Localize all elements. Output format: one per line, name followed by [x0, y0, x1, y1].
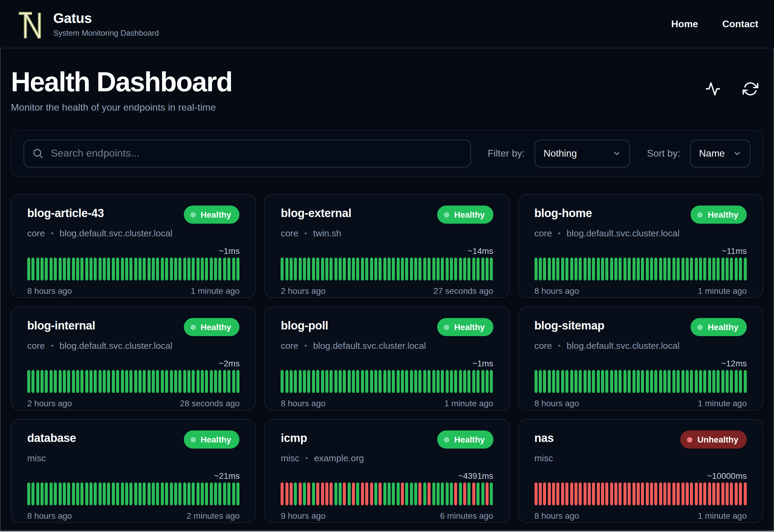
- uptime-bar-success[interactable]: [156, 370, 159, 393]
- uptime-bar-success[interactable]: [192, 258, 195, 281]
- uptime-bar-success[interactable]: [63, 483, 66, 506]
- uptime-bar-success[interactable]: [76, 370, 79, 393]
- uptime-bar-failure[interactable]: [606, 483, 609, 506]
- uptime-bar-failure[interactable]: [281, 483, 284, 506]
- uptime-bar-success[interactable]: [232, 258, 235, 281]
- uptime-bar-success[interactable]: [583, 370, 586, 393]
- uptime-bar-failure[interactable]: [325, 483, 328, 506]
- uptime-bar-success[interactable]: [672, 370, 675, 393]
- uptime-bar-success[interactable]: [428, 258, 431, 281]
- uptime-bar-success[interactable]: [383, 258, 386, 281]
- uptime-bar-success[interactable]: [690, 258, 693, 281]
- uptime-bar-success[interactable]: [152, 483, 155, 506]
- uptime-bar-success[interactable]: [490, 370, 493, 393]
- uptime-bar-success[interactable]: [374, 258, 377, 281]
- uptime-bar-success[interactable]: [726, 258, 729, 281]
- uptime-bar-success[interactable]: [343, 370, 346, 393]
- uptime-bar-success[interactable]: [623, 258, 626, 281]
- endpoint-card[interactable]: database Healthy misc ~21ms 8 hours ago …: [11, 419, 256, 523]
- uptime-bar-failure[interactable]: [454, 483, 457, 506]
- uptime-bar-success[interactable]: [281, 258, 284, 281]
- uptime-bar-success[interactable]: [414, 483, 417, 506]
- uptime-bar-success[interactable]: [170, 370, 173, 393]
- uptime-bar-success[interactable]: [58, 370, 61, 393]
- uptime-bar-success[interactable]: [356, 258, 359, 281]
- uptime-bar-success[interactable]: [534, 370, 537, 393]
- uptime-bar-success[interactable]: [72, 483, 75, 506]
- uptime-bar-success[interactable]: [717, 370, 720, 393]
- uptime-bar-success[interactable]: [236, 258, 239, 281]
- uptime-bar-failure[interactable]: [285, 483, 288, 506]
- uptime-bar-success[interactable]: [735, 258, 738, 281]
- uptime-bar-success[interactable]: [121, 483, 124, 506]
- uptime-bar-success[interactable]: [32, 258, 35, 281]
- uptime-bar-success[interactable]: [107, 258, 110, 281]
- uptime-bar-success[interactable]: [441, 258, 444, 281]
- uptime-bar-success[interactable]: [187, 258, 190, 281]
- uptime-bar-success[interactable]: [534, 258, 537, 281]
- uptime-bar-success[interactable]: [352, 370, 355, 393]
- uptime-bar-success[interactable]: [739, 370, 742, 393]
- uptime-bar-success[interactable]: [330, 258, 333, 281]
- uptime-bar-success[interactable]: [205, 483, 208, 506]
- uptime-bar-failure[interactable]: [561, 483, 564, 506]
- uptime-bar-success[interactable]: [579, 258, 582, 281]
- uptime-bar-success[interactable]: [219, 258, 222, 281]
- uptime-bar-success[interactable]: [312, 370, 315, 393]
- uptime-bar-success[interactable]: [116, 483, 119, 506]
- uptime-bar-success[interactable]: [50, 370, 53, 393]
- uptime-bar-success[interactable]: [201, 258, 204, 281]
- uptime-bar-failure[interactable]: [641, 483, 644, 506]
- uptime-bar-success[interactable]: [396, 370, 399, 393]
- uptime-bar-success[interactable]: [183, 370, 186, 393]
- uptime-bar-success[interactable]: [637, 370, 640, 393]
- uptime-bar-failure[interactable]: [419, 483, 422, 506]
- uptime-bar-failure[interactable]: [534, 483, 537, 506]
- uptime-bar-success[interactable]: [476, 370, 480, 393]
- uptime-bar-success[interactable]: [686, 370, 689, 393]
- uptime-bar-success[interactable]: [32, 483, 35, 506]
- uptime-bar-success[interactable]: [67, 483, 70, 506]
- uptime-bar-success[interactable]: [50, 483, 53, 506]
- uptime-bar-success[interactable]: [694, 258, 698, 281]
- uptime-bar-success[interactable]: [130, 370, 133, 393]
- uptime-bar-failure[interactable]: [379, 483, 382, 506]
- uptime-bar-success[interactable]: [196, 370, 199, 393]
- uptime-bar-success[interactable]: [219, 370, 222, 393]
- uptime-bar-success[interactable]: [67, 258, 70, 281]
- uptime-bar-success[interactable]: [356, 370, 359, 393]
- uptime-bar-success[interactable]: [321, 370, 324, 393]
- uptime-bar-success[interactable]: [606, 370, 609, 393]
- uptime-bar-success[interactable]: [201, 483, 204, 506]
- refresh-button[interactable]: [743, 81, 758, 97]
- endpoint-card[interactable]: blog-external Healthy core • twin.sh ~14…: [265, 194, 510, 298]
- uptime-bar-success[interactable]: [557, 370, 560, 393]
- uptime-bar-success[interactable]: [379, 258, 382, 281]
- uptime-bar-success[interactable]: [223, 258, 226, 281]
- uptime-bar-failure[interactable]: [574, 483, 577, 506]
- endpoint-card[interactable]: icmp Healthy misc • example.org ~4391ms …: [265, 419, 510, 523]
- uptime-bar-success[interactable]: [468, 258, 471, 281]
- uptime-bar-success[interactable]: [334, 483, 337, 506]
- uptime-bar-success[interactable]: [227, 258, 230, 281]
- uptime-bar-success[interactable]: [112, 370, 115, 393]
- uptime-bar-success[interactable]: [468, 370, 471, 393]
- uptime-bar-success[interactable]: [588, 370, 591, 393]
- uptime-bar-success[interactable]: [103, 483, 106, 506]
- uptime-bar-success[interactable]: [552, 370, 555, 393]
- uptime-bar-success[interactable]: [486, 258, 489, 281]
- uptime-bar-success[interactable]: [103, 370, 106, 393]
- uptime-bar-success[interactable]: [370, 370, 373, 393]
- endpoint-card[interactable]: blog-home Healthy core • blog.default.sv…: [518, 194, 763, 298]
- uptime-bar-success[interactable]: [361, 370, 364, 393]
- uptime-bar-success[interactable]: [321, 258, 324, 281]
- uptime-bar-success[interactable]: [610, 258, 613, 281]
- uptime-bar-success[interactable]: [437, 370, 440, 393]
- uptime-bar-success[interactable]: [686, 258, 689, 281]
- uptime-bar-success[interactable]: [152, 370, 155, 393]
- uptime-bar-success[interactable]: [472, 258, 475, 281]
- uptime-bar-success[interactable]: [476, 258, 480, 281]
- uptime-bar-success[interactable]: [214, 370, 217, 393]
- uptime-bar-success[interactable]: [223, 483, 226, 506]
- uptime-bar-failure[interactable]: [614, 483, 617, 506]
